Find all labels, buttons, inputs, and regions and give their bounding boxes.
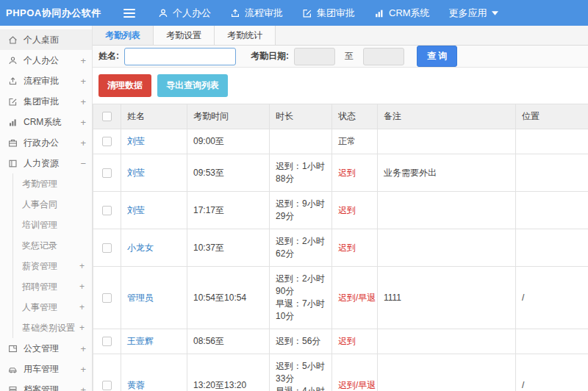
expand-plus-icon[interactable]: + — [80, 55, 86, 66]
expand-plus-icon[interactable]: + — [79, 302, 85, 312]
table-body: 刘莹09:00至正常刘莹09:53至迟到：1小时88分迟到业务需要外出刘莹17:… — [93, 129, 588, 391]
name-input[interactable] — [124, 48, 236, 65]
sidebar-item-workflow-approval[interactable]: 流程审批+ — [0, 71, 92, 91]
menu-icon[interactable] — [123, 9, 135, 18]
row-checkbox[interactable] — [102, 168, 112, 178]
expand-plus-icon[interactable]: + — [80, 117, 86, 128]
topnav-item-personal-office[interactable]: 个人办公 — [148, 0, 220, 26]
expand-plus-icon[interactable]: + — [79, 281, 85, 292]
expand-plus-icon[interactable]: + — [80, 137, 86, 148]
sidebar-item-base-category-settings[interactable]: 基础类别设置+ — [13, 318, 92, 338]
doc-icon — [8, 343, 18, 354]
sidebar-item-personnel-mgmt[interactable]: 人事管理+ — [13, 297, 92, 318]
row-checkbox[interactable] — [102, 337, 112, 346]
topnav-item-workflow-approval[interactable]: 流程审批 — [220, 0, 293, 26]
employee-name-link[interactable]: 王壹辉 — [127, 336, 154, 346]
expand-plus-icon[interactable]: + — [80, 364, 86, 375]
select-all-checkbox[interactable] — [102, 112, 112, 121]
sidebar-item-hr-contract[interactable]: 人事合同 — [13, 194, 92, 215]
sidebar: 个人桌面个人办公+流程审批+集团审批+CRM系统+行政办公+人力资源−考勤管理人… — [0, 26, 93, 391]
employee-name-link[interactable]: 小龙女 — [127, 243, 154, 253]
topnav-item-label: 流程审批 — [245, 7, 283, 20]
tab-attendance-stats[interactable]: 考勤统计 — [215, 26, 276, 45]
search-button[interactable]: 查 询 — [417, 46, 457, 67]
employee-name-link[interactable]: 刘莹 — [127, 136, 145, 146]
expand-plus-icon[interactable]: + — [79, 261, 85, 271]
location-cell — [516, 154, 588, 192]
home-icon — [8, 35, 18, 45]
attendance-time-cell: 13:20至13:20 — [187, 354, 270, 391]
topnav-item-crm[interactable]: CRM系统 — [365, 0, 440, 26]
sidebar-item-archive-mgmt[interactable]: 档案管理+ — [0, 379, 92, 391]
sidebar-item-reward-records[interactable]: 奖惩记录 — [13, 235, 92, 256]
sidebar-item-personal-office[interactable]: 个人办公+ — [0, 50, 92, 71]
chart-icon — [374, 8, 384, 18]
employee-name-link[interactable]: 刘莹 — [127, 168, 145, 178]
status-cell: 迟到/早退 — [332, 354, 378, 391]
column-header: 考勤时间 — [187, 104, 270, 129]
sidebar-item-hr[interactable]: 人力资源− — [0, 153, 92, 173]
expand-plus-icon[interactable]: + — [80, 96, 86, 107]
top-menu: 个人办公 流程审批 集团审批 CRM系统 更多应用 — [148, 0, 508, 26]
tab-attendance-list[interactable]: 考勤列表 — [93, 26, 154, 45]
expand-plus-icon[interactable]: + — [80, 343, 86, 354]
sidebar-item-vehicle-mgmt[interactable]: 用车管理+ — [0, 359, 92, 379]
row-checkbox[interactable] — [102, 243, 112, 253]
status-cell: 迟到 — [332, 229, 378, 267]
briefcase-icon — [8, 137, 18, 148]
sidebar-item-crm[interactable]: CRM系统+ — [0, 112, 92, 132]
sidebar-item-training-mgmt[interactable]: 培训管理 — [13, 215, 92, 235]
topnav-item-group-approval[interactable]: 集团审批 — [293, 0, 365, 26]
duration-cell: 迟到：2小时62分 — [270, 229, 332, 267]
sidebar-item-label: 人力资源 — [24, 157, 59, 170]
date-to-input[interactable] — [363, 48, 404, 65]
employee-name-cell: 小龙女 — [121, 229, 187, 267]
status-cell: 迟到 — [332, 329, 378, 354]
employee-name-link[interactable]: 刘莹 — [127, 205, 145, 215]
employee-name-link[interactable]: 黄蓉 — [127, 380, 145, 390]
note-cell — [378, 229, 516, 267]
employee-name-link[interactable]: 管理员 — [127, 293, 154, 303]
collapse-minus-icon[interactable]: − — [80, 158, 86, 169]
row-checkbox[interactable] — [102, 137, 112, 146]
export-list-button[interactable]: 导出查询列表 — [157, 74, 228, 97]
expand-plus-icon[interactable]: + — [79, 323, 85, 333]
employee-name-cell: 管理员 — [121, 267, 187, 329]
sidebar-item-label: 公文管理 — [24, 342, 59, 355]
sidebar-item-recruit-mgmt[interactable]: 招聘管理+ — [13, 276, 92, 297]
note-cell — [378, 192, 516, 229]
sidebar-item-document-mgmt[interactable]: 公文管理+ — [0, 338, 92, 359]
sidebar-item-admin-office[interactable]: 行政办公+ — [0, 132, 92, 153]
status-cell: 迟到 — [332, 192, 378, 229]
row-checkbox[interactable] — [102, 206, 112, 215]
column-header: 姓名 — [121, 104, 187, 129]
sidebar-item-label: 档案管理 — [24, 384, 59, 391]
attendance-table: 姓名考勤时间时长状态备注位置 刘莹09:00至正常刘莹09:53至迟到：1小时8… — [93, 104, 588, 391]
table-header-row: 姓名考勤时间时长状态备注位置 — [93, 104, 588, 129]
topnav-item-more-apps[interactable]: 更多应用 — [440, 0, 508, 26]
filter-bar: 姓名: 考勤日期: 至 查 询 — [93, 46, 588, 68]
clean-data-button[interactable]: 清理数据 — [98, 74, 151, 97]
sidebar-item-desktop[interactable]: 个人桌面 — [0, 29, 92, 50]
row-checkbox[interactable] — [102, 293, 112, 303]
table-row: 小龙女10:37至迟到：2小时62分迟到 — [93, 229, 588, 267]
sidebar-item-salary-mgmt[interactable]: 薪资管理+ — [13, 256, 92, 276]
location-cell: / — [516, 354, 588, 391]
sidebar-item-attendance-mgmt[interactable]: 考勤管理 — [13, 173, 92, 194]
chart-icon — [8, 117, 18, 127]
attendance-time-cell: 10:37至 — [187, 229, 270, 267]
table-row: 黄蓉13:20至13:20迟到：5小时33分早退：4小时67分迟到/早退/ — [93, 354, 588, 391]
duration-cell: 迟到：1小时88分 — [270, 154, 332, 192]
topnav-item-label: 集团审批 — [317, 7, 355, 20]
location-cell: / — [516, 267, 588, 329]
employee-name-cell: 王壹辉 — [121, 329, 187, 354]
tab-attendance-settings[interactable]: 考勤设置 — [154, 26, 215, 45]
location-cell — [516, 329, 588, 354]
employee-name-cell: 刘莹 — [121, 192, 187, 229]
date-from-input[interactable] — [294, 48, 335, 65]
expand-plus-icon[interactable]: + — [80, 384, 86, 391]
sidebar-item-group-approval[interactable]: 集团审批+ — [0, 91, 92, 112]
expand-plus-icon[interactable]: + — [80, 76, 86, 87]
car-icon — [8, 364, 18, 374]
row-checkbox[interactable] — [102, 381, 112, 390]
